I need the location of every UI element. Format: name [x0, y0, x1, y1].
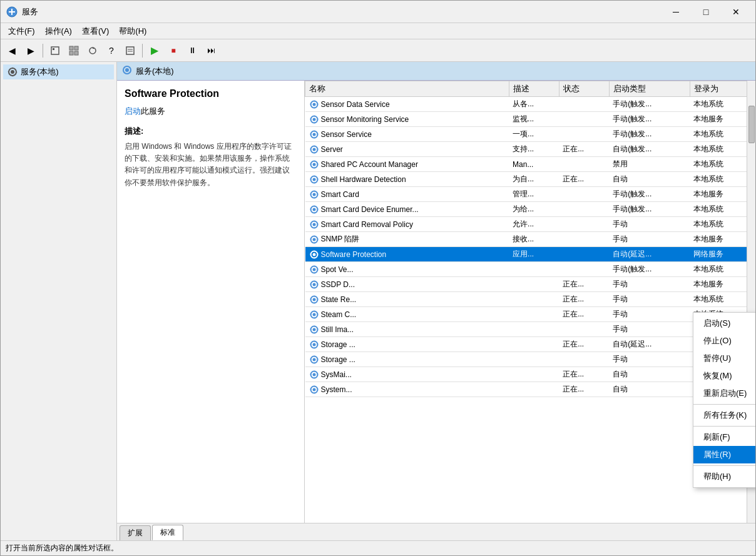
tab-expand[interactable]: 扩展	[120, 525, 151, 540]
service-desc	[509, 292, 559, 307]
toolbar-sep-1	[43, 44, 43, 58]
svg-point-27	[312, 193, 315, 196]
stop-button[interactable]: ■	[165, 42, 182, 59]
service-login: 本地服务	[690, 232, 755, 247]
service-status	[559, 187, 609, 202]
service-desc: 为自...	[509, 172, 559, 187]
service-status	[559, 352, 609, 367]
table-row[interactable]: Storage ... 正在... 自动(延迟... 本地系统	[305, 337, 755, 352]
tab-standard[interactable]: 标准	[152, 525, 183, 540]
table-row[interactable]: Still Ima... 手动 本地系统	[305, 322, 755, 337]
view-button[interactable]	[65, 42, 83, 59]
maximize-button[interactable]: □	[692, 3, 720, 21]
skip-button[interactable]: ⏭	[202, 42, 220, 59]
start-service-text: 启动此服务	[125, 106, 297, 117]
service-name: Spot Ve...	[305, 262, 509, 277]
service-startup: 手动	[609, 277, 690, 292]
col-startup[interactable]: 启动类型	[609, 81, 690, 97]
service-startup: 手动(触发...	[609, 97, 690, 112]
col-status[interactable]: 状态	[559, 81, 609, 97]
back-button[interactable]: ◀	[3, 42, 21, 59]
menu-help[interactable]: 帮助(H)	[114, 24, 151, 38]
svg-point-49	[312, 358, 315, 361]
table-row[interactable]: SSDP D... 正在... 手动 本地服务	[305, 277, 755, 292]
minimize-button[interactable]: ─	[662, 3, 690, 21]
help-button[interactable]: ?	[103, 42, 120, 59]
svg-point-53	[312, 388, 315, 391]
service-title: Software Protection	[125, 88, 297, 99]
context-menu-item[interactable]: 恢复(M)	[693, 367, 755, 385]
svg-point-23	[312, 163, 315, 166]
context-menu-item[interactable]: 刷新(F)	[693, 428, 755, 446]
service-name: Server	[305, 142, 509, 157]
table-row[interactable]: System... 正在... 自动 本地系统	[305, 382, 755, 397]
play-button[interactable]: ▶	[146, 42, 163, 59]
table-row[interactable]: Sensor Data Service 从各... 手动(触发... 本地系统	[305, 97, 755, 112]
sidebar: 服务(本地)	[1, 62, 117, 540]
table-row[interactable]: Spot Ve... 手动(触发... 本地系统	[305, 262, 755, 277]
content-header-title: 服务(本地)	[136, 66, 174, 77]
context-menu-item[interactable]: 暂停(U)	[693, 350, 755, 367]
service-status: 正在...	[559, 337, 609, 352]
service-desc: 一项...	[509, 127, 559, 142]
col-name[interactable]: 名称	[305, 81, 509, 97]
table-row[interactable]: Sensor Service 一项... 手动(触发... 本地系统	[305, 127, 755, 142]
context-menu-item[interactable]: 重新启动(E)	[693, 385, 755, 402]
service-desc	[509, 382, 559, 397]
svg-point-47	[312, 343, 315, 346]
table-row[interactable]: Smart Card Device Enumer... 为给... 手动(触发.…	[305, 202, 755, 217]
desc-label: 描述:	[125, 126, 297, 137]
svg-point-37	[312, 268, 315, 271]
service-desc: 监视...	[509, 112, 559, 127]
table-row[interactable]: Software Protection 应用... 自动(延迟... 网络服务	[305, 247, 755, 262]
table-row[interactable]: SNMP 陷阱 接收... 手动 本地服务	[305, 232, 755, 247]
service-status	[559, 97, 609, 112]
up-button[interactable]	[46, 42, 64, 59]
service-name: Shell Hardware Detection	[305, 172, 509, 187]
table-row[interactable]: Shell Hardware Detection 为自... 正在... 自动 …	[305, 172, 755, 187]
svg-point-51	[312, 373, 315, 376]
service-name: Storage ...	[305, 337, 509, 352]
table-row[interactable]: Steam C... 正在... 手动 本地系统	[305, 307, 755, 322]
table-row[interactable]: Smart Card 管理... 手动(触发... 本地服务	[305, 187, 755, 202]
service-name: SysMai...	[305, 367, 509, 382]
service-name: Steam C...	[305, 307, 509, 322]
col-login[interactable]: 登录为	[690, 81, 755, 97]
table-row[interactable]: Smart Card Removal Policy 允许... 手动 本地系统	[305, 217, 755, 232]
table-row[interactable]: Storage ... 手动 本地系统	[305, 352, 755, 367]
close-button[interactable]: ✕	[722, 3, 750, 21]
svg-point-17	[312, 118, 315, 121]
service-name: Smart Card Device Enumer...	[305, 202, 509, 217]
context-menu-item[interactable]: 属性(R)	[693, 446, 755, 463]
content-body: Software Protection 启动此服务 描述: 启用 Windows…	[117, 81, 755, 523]
table-row[interactable]: Sensor Monitoring Service 监视... 手动(触发...…	[305, 112, 755, 127]
menu-file[interactable]: 文件(F)	[3, 24, 40, 38]
context-menu-item[interactable]: 启动(S)	[693, 315, 755, 332]
context-menu-item[interactable]: 帮助(H)	[693, 468, 755, 485]
status-bar: 打开当前所选内容的属性对话框。	[1, 540, 755, 555]
table-row[interactable]: State Re... 正在... 手动 本地系统	[305, 292, 755, 307]
scrollbar-thumb[interactable]	[748, 106, 755, 143]
context-menu-item[interactable]: 所有任务(K) ▶	[693, 407, 755, 424]
svg-rect-6	[74, 51, 78, 55]
service-status: 正在...	[559, 292, 609, 307]
right-panel[interactable]: 名称 描述 状态 启动类型 登录为 Sensor Data Service 从各…	[305, 81, 755, 523]
col-desc[interactable]: 描述	[509, 81, 559, 97]
table-row[interactable]: SysMai... 正在... 自动 本地系统	[305, 367, 755, 382]
pause-button[interactable]: ⏸	[183, 42, 201, 59]
table-row[interactable]: Server 支持... 正在... 自动(触发... 本地系统	[305, 142, 755, 157]
menu-view[interactable]: 查看(V)	[77, 24, 114, 38]
menu-action[interactable]: 操作(A)	[40, 24, 77, 38]
sidebar-item-services[interactable]: 服务(本地)	[3, 64, 114, 79]
start-link[interactable]: 启动	[125, 106, 141, 116]
svg-point-45	[312, 328, 315, 331]
properties-button[interactable]	[121, 42, 139, 59]
table-row[interactable]: Shared PC Account Manager Man... 禁用 本地系统	[305, 157, 755, 172]
status-text: 打开当前所选内容的属性对话框。	[6, 543, 118, 553]
svg-rect-5	[69, 51, 73, 55]
forward-button[interactable]: ▶	[22, 42, 39, 59]
service-login: 本地系统	[690, 202, 755, 217]
context-menu-item[interactable]: 停止(O)	[693, 332, 755, 350]
refresh-button[interactable]	[84, 42, 101, 59]
service-name: Software Protection	[305, 247, 509, 262]
